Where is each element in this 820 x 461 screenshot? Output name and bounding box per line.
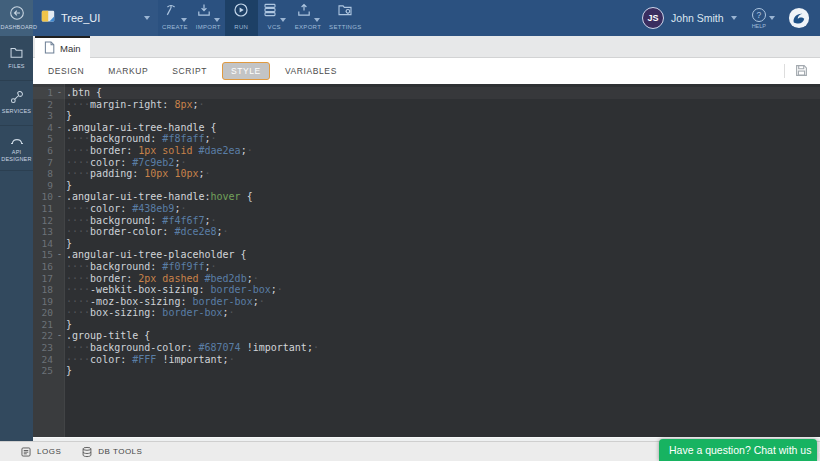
line-number: 2 (33, 99, 53, 111)
user-name: John Smith (671, 12, 724, 24)
import-button[interactable]: IMPORT (192, 0, 225, 36)
app-icon (41, 9, 55, 27)
code-line[interactable]: 3} (33, 110, 820, 122)
import-icon (196, 2, 212, 22)
line-number: 13 (33, 226, 53, 238)
code-line[interactable]: 5····background: #f8faff;· (33, 133, 820, 145)
code-line[interactable]: 10-.angular-ui-tree-handle:hover { (33, 191, 820, 203)
code-line[interactable]: 14} (33, 238, 820, 250)
code-line[interactable]: 12····background: #f4f6f7;· (33, 215, 820, 227)
code-line[interactable]: 25} (33, 365, 820, 377)
code-text: ····margin-right: 8px;· (66, 99, 820, 111)
sidebar-item-dashboard[interactable]: DASHBOARD (0, 0, 33, 36)
logs-icon (20, 446, 32, 458)
vcs-button[interactable]: VCS (258, 0, 291, 36)
tab-variables[interactable]: VARIABLES (285, 66, 337, 76)
chat-widget[interactable]: Have a question? Chat with us (659, 439, 817, 461)
code-line[interactable]: 17····border: 2px dashed #bed2db;· (33, 273, 820, 285)
tab-design[interactable]: DESIGN (48, 66, 84, 76)
user-menu[interactable]: JS John Smith (642, 7, 737, 29)
dashboard-back-icon (9, 5, 25, 21)
code-line[interactable]: 4-.angular-ui-tree-handle { (33, 122, 820, 134)
wrench-icon (9, 90, 24, 105)
code-text: } (66, 110, 820, 122)
code-line[interactable]: 23····background-color: #687074 !importa… (33, 342, 820, 354)
fold-marker-icon[interactable]: - (53, 249, 66, 261)
help-menu[interactable]: ? HELP (752, 8, 775, 29)
tab-main[interactable]: Main (35, 36, 90, 58)
line-number: 4 (33, 122, 53, 134)
run-button[interactable]: RUN (225, 0, 258, 36)
code-line[interactable]: 13····border-color: #dce2e8;· (33, 226, 820, 238)
code-text: ····border-color: #dce2e8;· (66, 226, 820, 238)
line-number: 7 (33, 157, 53, 169)
code-text: } (66, 365, 820, 377)
code-line[interactable]: 16····background: #f0f9ff;· (33, 261, 820, 273)
wavemaker-logo-icon[interactable] (788, 7, 810, 29)
sidebar-item-files[interactable]: FILES (0, 36, 33, 81)
fold-marker-icon[interactable]: - (53, 191, 66, 203)
question-mark-icon: ? (752, 8, 766, 22)
code-lines: 1-.btn {2····margin-right: 8px;·3}4-.ang… (33, 87, 820, 377)
line-number: 19 (33, 296, 53, 308)
code-line[interactable]: 18····-webkit-box-sizing: border-box;· (33, 284, 820, 296)
toolbar-button-label: IMPORT (196, 24, 221, 30)
code-line[interactable]: 2····margin-right: 8px;· (33, 99, 820, 111)
logs-button[interactable]: LOGS (20, 446, 61, 458)
logs-label: LOGS (37, 447, 61, 456)
line-number: 15 (33, 249, 53, 261)
toolbar-button-label: VCS (268, 24, 281, 30)
sidebar-item-label: FILES (1, 63, 33, 70)
line-number: 14 (33, 238, 53, 250)
code-line[interactable]: 19····-moz-box-sizing: border-box;· (33, 296, 820, 308)
code-line[interactable]: 9} (33, 180, 820, 192)
export-button[interactable]: EXPORT (291, 0, 325, 36)
code-text: ····color: #FFF !important;· (66, 354, 820, 366)
code-line[interactable]: 6····border: 1px solid #dae2ea;· (33, 145, 820, 157)
code-line[interactable]: 20····box-sizing: border-box;· (33, 307, 820, 319)
code-line[interactable]: 22-.group-title { (33, 330, 820, 342)
settings-button[interactable]: SETTINGS (325, 0, 365, 36)
db-tools-button[interactable]: DB TOOLS (81, 446, 142, 458)
code-text: ····padding: 10px 10px;· (66, 168, 820, 180)
code-line[interactable]: 1-.btn { (33, 87, 820, 99)
toolbar-button-label: CREATE (162, 24, 188, 30)
sidebar-item-api-designer[interactable]: API DESIGNER (0, 126, 33, 171)
stack-icon (262, 2, 278, 22)
folder-gear-icon (337, 2, 353, 22)
tab-style[interactable]: STYLE (222, 62, 270, 80)
tab-markup[interactable]: MARKUP (108, 66, 148, 76)
css-code-editor[interactable]: 1-.btn {2····margin-right: 8px;·3}4-.ang… (33, 84, 820, 437)
fold-marker-icon[interactable]: - (53, 330, 66, 342)
sidebar-item-services[interactable]: SERVICES (0, 81, 33, 126)
code-line[interactable]: 21} (33, 319, 820, 331)
line-number: 22 (33, 330, 53, 342)
sidebar-item-label: DASHBOARD (1, 24, 33, 31)
code-line[interactable]: 11····color: #438eb9;· (33, 203, 820, 215)
code-line[interactable]: 8····padding: 10px 10px;· (33, 168, 820, 180)
save-icon[interactable] (794, 63, 809, 80)
toolbar-button-label: RUN (234, 24, 248, 30)
code-text: ····color: #438eb9;· (66, 203, 820, 215)
code-text: ····color: #7c9eb2;· (66, 157, 820, 169)
code-text: .angular-ui-tree-placeholder { (66, 249, 820, 261)
fold-marker-icon[interactable]: - (53, 87, 66, 99)
project-selector[interactable]: Tree_UI (33, 0, 158, 36)
fold-marker-icon[interactable]: - (53, 122, 66, 134)
chevron-down-icon (214, 18, 220, 22)
code-line[interactable]: 24····color: #FFF !important;· (33, 354, 820, 366)
line-number: 23 (33, 342, 53, 354)
create-button[interactable]: CREATE (158, 0, 192, 36)
code-line[interactable]: 15-.angular-ui-tree-placeholder { (33, 249, 820, 261)
arc-icon (9, 133, 25, 146)
chevron-down-icon (731, 16, 737, 20)
line-number: 9 (33, 180, 53, 192)
tab-script[interactable]: SCRIPT (172, 66, 207, 76)
code-line[interactable]: 7····color: #7c9eb2;· (33, 157, 820, 169)
code-text: } (66, 238, 820, 250)
play-icon (233, 2, 249, 22)
code-text: ····-moz-box-sizing: border-box;· (66, 296, 820, 308)
top-bar: Tree_UI CREATE (33, 0, 820, 36)
code-text: ····background-color: #687074 !important… (66, 342, 820, 354)
code-text: ····border: 1px solid #dae2ea;· (66, 145, 820, 157)
